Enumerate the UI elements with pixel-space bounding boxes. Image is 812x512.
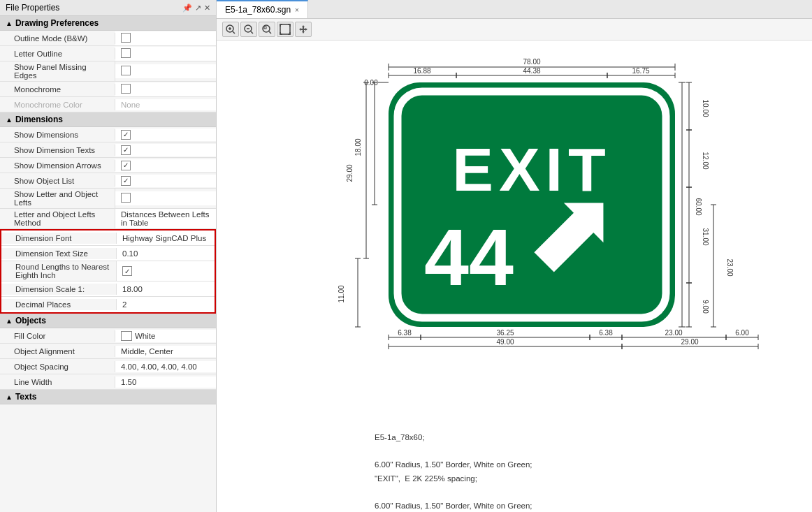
show-dimension-arrows-checkbox[interactable]: ✓ — [121, 161, 131, 170]
object-alignment-label: Object Alignment — [0, 346, 115, 357]
objects-arrow: ▲ — [6, 317, 13, 325]
line-width-value: 1.50 — [115, 376, 216, 388]
show-panel-missing-checkbox[interactable] — [121, 66, 131, 75]
svg-text:49.00: 49.00 — [496, 338, 514, 346]
svg-text:11.00: 11.00 — [338, 285, 345, 302]
fit-window-icon — [280, 24, 291, 35]
show-dimensions-label: Show Dimensions — [0, 129, 115, 140]
panel-title-bar: File Properties 📌 ↗ ✕ — [0, 0, 216, 16]
object-spacing-value: 4.00, 4.00, 4.00, 4.00 — [115, 361, 216, 372]
svg-text:12.00: 12.00 — [702, 152, 709, 169]
monochrome-checkbox[interactable] — [121, 84, 131, 94]
number-text: 44 — [424, 212, 514, 302]
show-dimension-texts-value[interactable]: ✓ — [115, 144, 216, 156]
monochrome-row: Monochrome — [0, 82, 216, 97]
sign-tab[interactable]: E5-1a_78x60.sgn × — [217, 0, 308, 18]
zoom-in-icon — [225, 24, 236, 35]
panel-title-icons: 📌 ↗ ✕ — [182, 3, 210, 13]
show-dimensions-value[interactable]: ✓ — [115, 129, 216, 141]
show-letter-object-lefts-row: Show Letter and Object Lefts — [0, 189, 216, 209]
monochrome-value[interactable] — [115, 82, 216, 96]
show-object-list-label: Show Object List — [0, 175, 115, 186]
object-alignment-value: Middle, Center — [115, 346, 216, 357]
decimal-places-value[interactable]: 2 — [117, 299, 215, 310]
show-panel-missing-row: Show Panel Missing Edges — [0, 61, 216, 82]
drawing-preferences-label: Drawing Preferences — [15, 18, 99, 28]
fit-window-button[interactable] — [277, 22, 293, 37]
sign-info-line-1: E5-1a_78x60; — [375, 431, 696, 445]
outline-mode-checkbox[interactable] — [121, 33, 131, 43]
round-lengths-checkbox[interactable]: ✓ — [122, 266, 132, 276]
svg-rect-10 — [280, 24, 290, 34]
tab-filename: E5-1a_78x60.sgn — [225, 5, 291, 15]
zoom-search-button[interactable] — [259, 22, 275, 37]
panel-title: File Properties — [6, 3, 59, 13]
show-object-list-checkbox[interactable]: ✓ — [121, 176, 131, 186]
monochrome-color-label: Monochrome Color — [0, 99, 115, 110]
svg-text:29.00: 29.00 — [681, 338, 698, 346]
letter-object-lefts-method-value: Distances Between Lefts in Table — [115, 209, 216, 228]
svg-text:60.00: 60.00 — [695, 198, 702, 215]
objects-header[interactable]: ▲ Objects — [0, 314, 216, 328]
outline-mode-value[interactable] — [115, 31, 216, 45]
sign-canvas-area[interactable]: 78.00 16.88 44.38 16.75 — [217, 41, 812, 512]
fill-color-swatch — [121, 331, 132, 341]
zoom-out-button[interactable] — [240, 22, 257, 37]
show-panel-missing-value[interactable] — [115, 64, 216, 78]
monochrome-label: Monochrome — [0, 84, 115, 95]
dimensions-label: Dimensions — [15, 115, 63, 124]
fill-color-text: White — [135, 332, 155, 340]
sign-info-text: E5-1a_78x60; 6.00" Radius, 1.50" Border,… — [333, 431, 696, 512]
panel-content: ▲ Drawing Preferences Outline Mode (B&W)… — [0, 16, 216, 512]
svg-line-8 — [269, 31, 271, 34]
tab-close-button[interactable]: × — [295, 6, 299, 14]
dimensions-arrow: ▲ — [6, 116, 13, 124]
pan-button[interactable] — [295, 22, 312, 37]
objects-label: Objects — [15, 316, 46, 326]
monochrome-color-value: None — [115, 99, 216, 110]
letter-outline-label: Letter Outline — [0, 48, 115, 59]
dimension-font-value[interactable]: Highway SignCAD Plus — [117, 233, 215, 244]
show-object-list-value[interactable]: ✓ — [115, 175, 216, 187]
letter-outline-value[interactable] — [115, 47, 216, 61]
dimension-text-size-label: Dimension Text Size — [1, 248, 117, 259]
decimal-places-label: Decimal Places — [1, 299, 117, 310]
round-lengths-row: Round Lengths to Nearest Eighth Inch ✓ — [1, 261, 215, 281]
show-dimensions-checkbox[interactable]: ✓ — [121, 130, 131, 140]
svg-rect-9 — [264, 27, 266, 29]
show-dimension-texts-checkbox[interactable]: ✓ — [121, 145, 131, 155]
svg-text:10.00: 10.00 — [702, 99, 709, 117]
dimension-text-size-value[interactable]: 0.10 — [117, 248, 215, 259]
sign-svg: 78.00 16.88 44.38 16.75 — [333, 54, 745, 418]
svg-text:9.00: 9.00 — [702, 300, 709, 314]
sign-info-line-2: 6.00" Radius, 1.50" Border, White on Gre… — [375, 458, 696, 472]
texts-label: Texts — [15, 392, 36, 402]
zoom-in-button[interactable] — [222, 22, 239, 37]
show-letter-object-lefts-checkbox[interactable] — [121, 193, 131, 203]
dimensions-header[interactable]: ▲ Dimensions — [0, 112, 216, 127]
round-lengths-value[interactable]: ✓ — [117, 265, 215, 277]
show-letter-object-lefts-value[interactable] — [115, 191, 216, 205]
dimension-scale-value[interactable]: 18.00 — [117, 284, 215, 295]
show-panel-missing-label: Show Panel Missing Edges — [0, 61, 115, 81]
show-dimensions-row: Show Dimensions ✓ — [0, 127, 216, 142]
drawing-preferences-header[interactable]: ▲ Drawing Preferences — [0, 16, 216, 31]
texts-header[interactable]: ▲ Texts — [0, 390, 216, 404]
exit-text: EXIT — [452, 135, 611, 204]
decimal-places-row: Decimal Places 2 — [1, 297, 215, 312]
show-letter-object-lefts-label: Show Letter and Object Lefts — [0, 189, 115, 208]
show-dimension-arrows-row: Show Dimension Arrows ✓ — [0, 158, 216, 173]
object-spacing-row: Object Spacing 4.00, 4.00, 4.00, 4.00 — [0, 359, 216, 374]
close-panel-icon[interactable]: ✕ — [204, 3, 210, 13]
svg-text:18.00: 18.00 — [354, 138, 362, 156]
sign-info-line-4: 6.00" Radius, 1.50" Border, White on Gre… — [375, 499, 696, 512]
svg-text:6.38: 6.38 — [599, 329, 613, 337]
show-dimension-arrows-value[interactable]: ✓ — [115, 159, 216, 172]
fill-color-label: Fill Color — [0, 330, 115, 342]
float-icon[interactable]: ↗ — [195, 3, 201, 13]
pin-icon[interactable]: 📌 — [182, 3, 192, 13]
fill-color-value[interactable]: White — [115, 330, 216, 342]
dimension-scale-row: Dimension Scale 1: 18.00 — [1, 281, 215, 297]
letter-outline-checkbox[interactable] — [121, 48, 131, 58]
show-object-list-row: Show Object List ✓ — [0, 173, 216, 189]
